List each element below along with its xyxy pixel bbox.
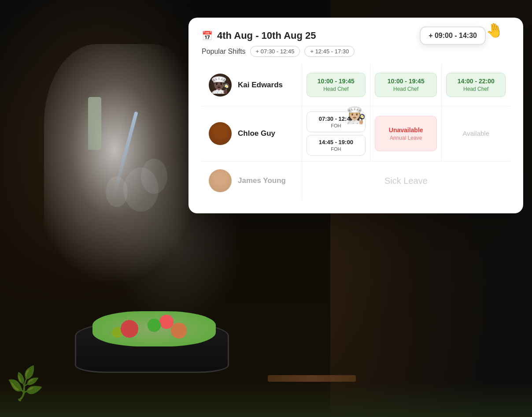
- shift-role: Head Chef: [323, 86, 348, 92]
- shift-card-green[interactable]: 10:00 - 19:45 Head Chef: [307, 73, 366, 97]
- shift-role: FOH: [331, 146, 341, 152]
- avatar: [209, 169, 232, 192]
- sick-leave-cell: Sick Leave: [302, 161, 510, 201]
- schedule-table: Kai Edwards 10:00 - 19:45 Head Chef 10:0…: [202, 64, 510, 200]
- shift-time: 10:00 - 19:45: [318, 78, 355, 85]
- unavailable-title: Unavailable: [389, 127, 423, 134]
- employee-info: Kai Edwards: [209, 74, 295, 97]
- unavailable-cell: Unavailable Annual Leave: [370, 106, 442, 161]
- employee-info: James Young: [209, 169, 295, 192]
- shift-card-white[interactable]: 14:45 - 19:00 FOH: [307, 135, 366, 156]
- schedule-card: + 09:00 - 14:30 🤚 📅 4th Aug - 10th Aug 2…: [188, 18, 523, 213]
- shift-pill-1[interactable]: + 07:30 - 12:45: [250, 46, 300, 57]
- shift-cell[interactable]: 10:00 - 19:45 Head Chef: [370, 64, 442, 106]
- shift-role: Head Chef: [463, 86, 488, 92]
- unavailable-card: Unavailable Annual Leave: [375, 116, 437, 151]
- table-row: James Young Sick Leave: [202, 161, 510, 201]
- employee-name: James Young: [238, 176, 286, 185]
- shift-role: FOH: [331, 123, 341, 128]
- shift-time: 14:00 - 22:00: [458, 78, 495, 85]
- cursor-hand-icon: 🤚: [484, 21, 505, 40]
- employee-info: Chloe Guy: [209, 122, 295, 145]
- employee-cell: Chloe Guy: [202, 106, 302, 161]
- employee-name: Chloe Guy: [238, 129, 275, 138]
- floating-shift-tooltip[interactable]: + 09:00 - 14:30: [420, 26, 486, 45]
- table-row: Kai Edwards 10:00 - 19:45 Head Chef 10:0…: [202, 64, 510, 106]
- date-range: 4th Aug - 10th Aug 25: [217, 30, 316, 41]
- shift-pill-2[interactable]: + 12:45 - 17:30: [304, 46, 355, 57]
- employee-cell: James Young: [202, 161, 302, 201]
- avatar: [209, 74, 232, 97]
- popular-shifts-row: Popular Shifts + 07:30 - 12:45 + 12:45 -…: [202, 46, 510, 57]
- employee-name: Kai Edwards: [238, 81, 283, 89]
- available-label: Available: [462, 130, 489, 137]
- shift-cell[interactable]: 14:00 - 22:00 Head Chef: [442, 64, 510, 106]
- available-cell: Available: [442, 106, 510, 161]
- shift-time: 10:00 - 19:45: [388, 78, 425, 85]
- avatar: [209, 122, 232, 145]
- shift-time: 14:45 - 19:00: [319, 139, 353, 145]
- popular-shifts-label: Popular Shifts: [202, 48, 246, 56]
- unavailable-subtitle: Annual Leave: [390, 135, 422, 141]
- shift-card-green[interactable]: 10:00 - 19:45 Head Chef: [375, 73, 437, 97]
- shift-cell[interactable]: 10:00 - 19:45 Head Chef: [302, 64, 370, 106]
- shift-role: Head Chef: [393, 86, 418, 92]
- employee-cell: Kai Edwards: [202, 64, 302, 106]
- calendar-icon: 📅: [202, 30, 213, 41]
- shift-card-green[interactable]: 14:00 - 22:00 Head Chef: [446, 73, 506, 97]
- sick-leave-label: Sick Leave: [384, 176, 428, 186]
